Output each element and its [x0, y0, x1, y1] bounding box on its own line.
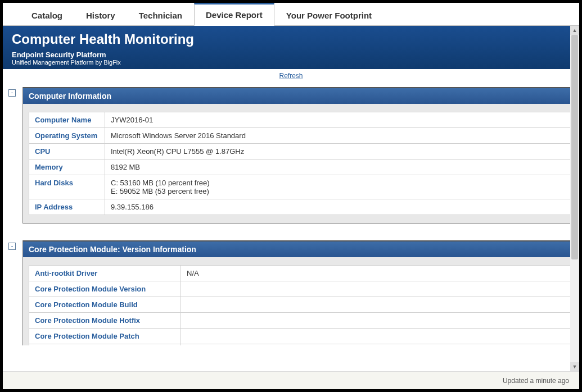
page-title: Computer Health Monitoring: [12, 31, 570, 47]
app-frame: CatalogHistoryTechnicianDevice ReportYou…: [3, 3, 579, 389]
scroll-thumb[interactable]: [571, 35, 578, 259]
data-table: Computer NameJYW2016-01Operating SystemM…: [29, 112, 572, 215]
property-label: Memory: [29, 159, 105, 175]
table-row: Core Protection Module Hotfix: [29, 313, 572, 329]
table-row: CPUIntel(R) Xeon(R) CPU L7555 @ 1.87GHz: [29, 144, 572, 159]
property-value: N/A: [181, 266, 572, 281]
property-value: Microsoft Windows Server 2016 Standard: [105, 128, 572, 144]
property-value: [181, 329, 572, 344]
collapse-toggle-icon[interactable]: -: [8, 89, 16, 97]
table-row: Computer NameJYW2016-01: [29, 112, 572, 128]
tab-catalog[interactable]: Catalog: [20, 4, 74, 26]
property-label: IP Address: [29, 199, 105, 215]
property-label: Anti-rootkit Driver: [29, 266, 181, 281]
banner-subtitle-2: Unified Management Platform by BigFix: [12, 59, 570, 66]
property-value: 9.39.155.186: [105, 199, 572, 215]
property-value: Intel(R) Xeon(R) CPU L7555 @ 1.87GHz: [105, 144, 572, 159]
property-label: Hard Disks: [29, 175, 105, 199]
tab-device-report[interactable]: Device Report: [194, 3, 274, 26]
property-label: Core Protection Module Hotfix: [29, 313, 181, 329]
refresh-row: Refresh: [3, 69, 579, 81]
vertical-scrollbar[interactable]: ▲ ▼: [570, 26, 579, 371]
table-row: Memory8192 MB: [29, 159, 572, 175]
panel: Computer InformationComputer NameJYW2016…: [22, 87, 578, 224]
property-value: 8192 MB: [105, 159, 572, 175]
banner: Computer Health Monitoring Endpoint Secu…: [3, 26, 579, 69]
property-label: Computer Name: [29, 112, 105, 128]
property-label: Core Protection Module Version: [29, 281, 181, 297]
table-row: Operating SystemMicrosoft Windows Server…: [29, 128, 572, 144]
property-label: Core Protection Module Build: [29, 297, 181, 313]
property-value: [181, 313, 572, 329]
tabstrip: CatalogHistoryTechnicianDevice ReportYou…: [3, 3, 579, 26]
tab-history[interactable]: History: [74, 4, 127, 26]
data-table: Anti-rootkit DriverN/ACore Protection Mo…: [29, 265, 572, 345]
table-row: Core Protection Module Build: [29, 297, 572, 313]
banner-subtitle-1: Endpoint Security Platform: [12, 51, 570, 59]
section: -Computer InformationComputer NameJYW201…: [8, 87, 579, 224]
section: -Core Protection Module: Version Informa…: [8, 240, 579, 345]
property-label: Operating System: [29, 128, 105, 144]
property-label: Core Protection Module Patch: [29, 329, 181, 344]
table-row: Anti-rootkit DriverN/A: [29, 266, 572, 281]
property-label: CPU: [29, 144, 105, 159]
panel: Core Protection Module: Version Informat…: [22, 240, 578, 345]
panel-body: Anti-rootkit DriverN/ACore Protection Mo…: [23, 257, 578, 345]
property-value: C: 53160 MB (10 percent free)E: 59052 MB…: [105, 175, 572, 199]
scroll-up-arrow-icon[interactable]: ▲: [570, 26, 579, 35]
table-row: Hard DisksC: 53160 MB (10 percent free)E…: [29, 175, 572, 199]
scroll-down-arrow-icon[interactable]: ▼: [570, 362, 579, 371]
property-value: [181, 344, 572, 346]
panel-header: Computer Information: [23, 87, 578, 104]
table-row: IP Address9.39.155.186: [29, 199, 572, 215]
status-text: Updated a minute ago: [503, 377, 569, 385]
panel-header: Core Protection Module: Version Informat…: [23, 240, 578, 257]
status-footer: Updated a minute ago: [3, 371, 579, 389]
property-value: [181, 281, 572, 297]
table-row: Core Protection Module Patch: [29, 329, 572, 344]
tab-technician[interactable]: Technician: [127, 4, 194, 26]
panel-body: Computer NameJYW2016-01Operating SystemM…: [23, 104, 578, 223]
tab-your-power-footprint[interactable]: Your Power Footprint: [274, 4, 384, 26]
property-label: Core Protection Module Language: [29, 344, 181, 346]
content-area: -Computer InformationComputer NameJYW201…: [3, 81, 579, 345]
table-row: Core Protection Module Language: [29, 344, 572, 346]
property-value: [181, 297, 572, 313]
refresh-link[interactable]: Refresh: [279, 72, 303, 80]
table-row: Core Protection Module Version: [29, 281, 572, 297]
collapse-toggle-icon[interactable]: -: [8, 243, 16, 250]
property-value: JYW2016-01: [105, 112, 572, 128]
